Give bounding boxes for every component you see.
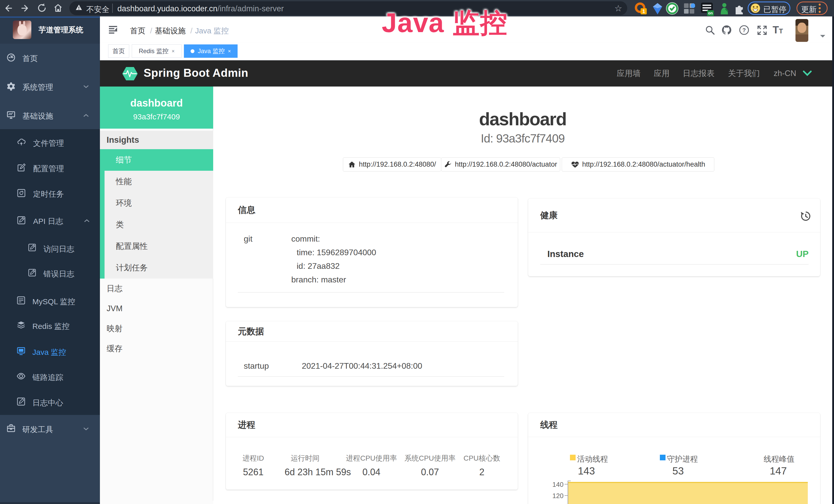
svg-text:?: ? — [742, 27, 746, 33]
svg-text:on: on — [708, 11, 713, 15]
svg-text:1: 1 — [642, 8, 645, 14]
